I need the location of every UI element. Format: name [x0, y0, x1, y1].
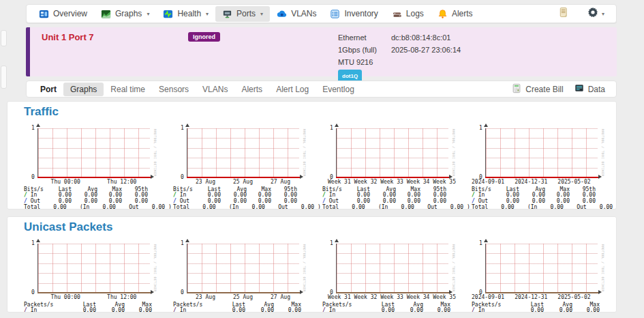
plot-grid: [336, 128, 448, 177]
chevron-down-icon: ▾: [602, 11, 604, 17]
port-header-banner: Unit 1 Port 7 Ignored Ethernet 1Gbps (fu…: [26, 27, 617, 76]
ignored-status-badge: Ignored: [188, 32, 220, 42]
nav-item-ports[interactable]: Ports▾: [215, 6, 270, 22]
tab-alerts[interactable]: Alerts: [234, 83, 269, 96]
nav-item-label: Alerts: [452, 9, 473, 18]
legend-table: Packets/sLastAvgMax/ In0.000.000.00/ Out…: [472, 302, 600, 313]
legend-total-line: Total 0.00 (In 0.00 Out 0.00 ): [322, 205, 467, 209]
legend-value: 0.00: [274, 308, 301, 313]
tab-eventlog[interactable]: Eventlog: [316, 83, 361, 96]
legend-value: 0.00: [221, 199, 247, 204]
unicast-packets-graph[interactable]: 10RRDTOOL / TOBI OETIKERWeek 31Week 32We…: [322, 235, 467, 313]
y-tick-max: 1: [31, 126, 35, 131]
graph-legend: Bits/sLastAvgMax95th/ In0.000.000.000.00…: [24, 187, 168, 209]
x-axis-labels: Week 31Week 32Week 33Week 34Week 35: [328, 294, 456, 300]
unicast-packets-graph[interactable]: 10RRDTOOL / TOBI OETIKERThu 00:00Thu 12:…: [24, 235, 168, 313]
traffic-graph[interactable]: 10RRDTOOL / TOBI OETIKERThu 00:00Thu 12:…: [24, 120, 168, 209]
zero-value-line: [336, 292, 449, 293]
rrd-plot: 10RRDTOOL / TOBI OETIKER: [485, 128, 598, 177]
unicast-graph-row: 10RRDTOOL / TOBI OETIKERThu 00:00Thu 12:…: [24, 235, 616, 313]
x-axis-labels: Week 31Week 32Week 33Week 34Week 35: [328, 179, 456, 185]
legend-series-name: / Out: [322, 199, 346, 204]
section-title-traffic: Traffic: [24, 105, 616, 119]
x-axis-label: 23 Aug: [196, 294, 215, 300]
nav-item-logs[interactable]: Logs: [385, 6, 431, 22]
unicast-packets-graph[interactable]: 10RRDTOOL / TOBI OETIKER23 Aug25 Aug27 A…: [173, 235, 318, 313]
nav-item-overview[interactable]: Overview: [32, 6, 94, 22]
rrdtool-watermark: RRDTOOL / TOBI OETIKER: [153, 244, 157, 293]
zero-value-line: [187, 292, 300, 293]
rrd-plot: 10RRDTOOL / TOBI OETIKER: [37, 128, 150, 177]
nav-item-label: Inventory: [344, 9, 378, 18]
nav-item-inventory[interactable]: Inventory: [323, 6, 384, 22]
tab-vlans[interactable]: VLANs: [196, 83, 234, 96]
legend-value: 0.00: [97, 199, 122, 204]
y-tick-max: 1: [181, 241, 184, 246]
y-tick-min: 0: [181, 175, 184, 180]
traffic-graph[interactable]: 10RRDTOOL / TOBI OETIKER23 Aug25 Aug27 A…: [173, 120, 318, 209]
chevron-down-icon: ▾: [260, 11, 263, 17]
create-bill-button[interactable]: Create Bill: [512, 83, 563, 96]
nav-item-label: Overview: [53, 9, 87, 18]
legend-total-line: Total 0.00 (In 0.00 Out 0.00 ): [24, 205, 168, 209]
legend-value: 0.00: [122, 199, 148, 204]
traffic-graph[interactable]: 10RRDTOOL / TOBI OETIKER2024-09-012024-1…: [472, 120, 616, 209]
x-axis-label: 25 Aug: [233, 179, 253, 185]
x-axis-label: Thu 12:00: [107, 294, 136, 300]
x-axis-label: Week 33: [380, 294, 403, 300]
rrd-plot: 10RRDTOOL / TOBI OETIKER: [187, 128, 299, 177]
graph-legend: Packets/sLastAvgMax/ In0.000.000.00/ Out…: [24, 302, 168, 313]
legend-series-name: / In: [24, 308, 57, 313]
notes-icon: [558, 7, 568, 20]
x-axis-label: Week 35: [433, 294, 456, 300]
legend-total-line: Total 0.00 (In 0.00 Out 0.00 ): [472, 205, 616, 209]
legend-value: 0.00: [96, 308, 125, 313]
tab-alert-log[interactable]: Alert Log: [269, 83, 316, 96]
data-button[interactable]: Data: [574, 83, 605, 95]
y-tick-min: 0: [479, 175, 482, 180]
legend-value: 0.00: [125, 308, 152, 313]
gear-button[interactable]: ▾: [581, 5, 611, 23]
nav-item-graphs[interactable]: Graphs▾: [94, 6, 156, 22]
x-axis-label: 27 Aug: [271, 294, 290, 300]
nav-item-health[interactable]: Health▾: [156, 6, 215, 22]
rrdtool-watermark: RRDTOOL / TOBI OETIKER: [303, 244, 306, 293]
legend-value: 0.00: [271, 199, 297, 204]
unicast-packets-graph[interactable]: 10RRDTOOL / TOBI OETIKER2024-09-012024-1…: [472, 235, 616, 313]
tab-port[interactable]: Port: [33, 83, 63, 96]
nav-item-alerts[interactable]: Alerts: [431, 6, 480, 22]
nav-item-label: Logs: [406, 9, 424, 18]
nav-item-vlans[interactable]: VLANs: [270, 6, 323, 22]
zero-value-line: [187, 177, 300, 178]
inventory-icon: [330, 9, 340, 19]
traffic-graph[interactable]: 10RRDTOOL / TOBI OETIKERWeek 31Week 32We…: [322, 120, 467, 209]
x-axis-labels: 23 Aug25 Aug27 Aug: [187, 294, 299, 300]
port-last-polled: 2025-08-27 23:06:14: [391, 44, 461, 56]
tab-graphs[interactable]: Graphs: [63, 83, 104, 96]
rrdtool-watermark: RRDTOOL / TOBI OETIKER: [601, 129, 604, 178]
rrdtool-watermark: RRDTOOL / TOBI OETIKER: [153, 129, 157, 178]
graph-legend: Bits/sLastAvgMax95th/ In0.000.000.000.00…: [322, 187, 467, 209]
legend-value: 0.00: [245, 308, 274, 313]
y-tick-min: 0: [31, 175, 35, 180]
legend-table: Packets/sLastAvgMax/ In0.000.000.00/ Out…: [322, 302, 450, 313]
y-tick-max: 1: [330, 126, 333, 131]
notes-button[interactable]: [552, 5, 574, 23]
tab-sensors[interactable]: Sensors: [152, 83, 196, 96]
legend-value: 0.00: [72, 199, 97, 204]
plot-grid: [37, 244, 150, 293]
legend-value: 0.00: [423, 308, 450, 313]
data-icon: [574, 83, 584, 95]
port-speed: 1Gbps (full): [338, 44, 377, 56]
series-color-swatch: /: [24, 307, 27, 313]
port-info-column-1: Ethernet 1Gbps (full) MTU 9216 dot1Q: [338, 31, 377, 83]
port-tabbar: PortGraphsReal timeSensorsVLANsAlertsAle…: [26, 81, 617, 98]
rrdtool-watermark: RRDTOOL / TOBI OETIKER: [303, 129, 306, 178]
tab-real-time[interactable]: Real time: [104, 83, 152, 96]
nav-item-label: Graphs: [115, 9, 142, 18]
overview-icon: [39, 9, 49, 19]
zero-value-line: [336, 177, 449, 178]
x-axis-label: 2024-09-01: [472, 179, 504, 185]
x-axis-label: Week 32: [354, 294, 378, 300]
port-info-column-2: dc:b8:08:14:8c:01 2025-08-27 23:06:14: [391, 31, 461, 56]
